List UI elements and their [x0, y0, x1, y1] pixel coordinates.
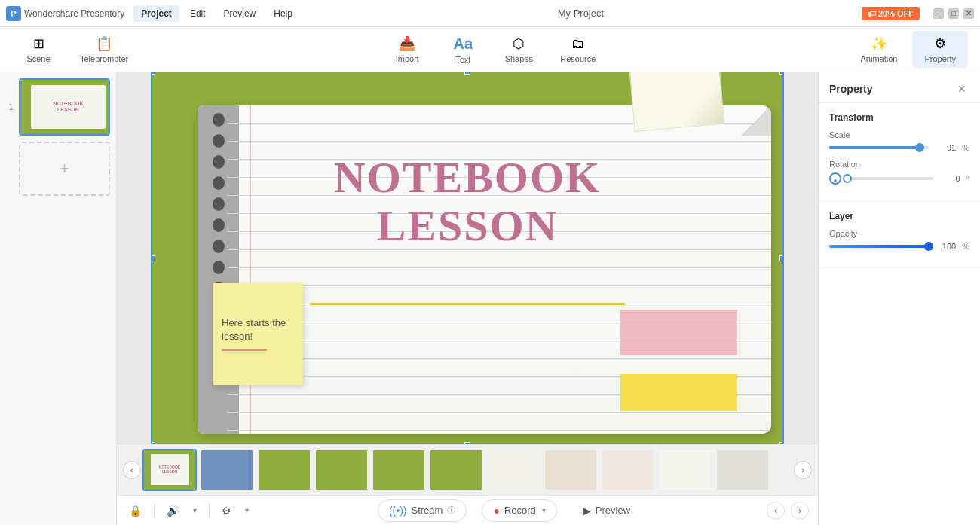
settings-dropdown[interactable]: ▾ [242, 503, 252, 517]
toolbar-shapes[interactable]: ⬡ Shapes [492, 31, 545, 68]
handle-middle-right[interactable] [779, 255, 784, 261]
window-maximize[interactable]: □ [948, 8, 959, 19]
scene-icon: ⊞ [33, 35, 44, 52]
handle-top-left[interactable] [151, 72, 155, 75]
toolbar-property[interactable]: ⚙ Property [912, 31, 968, 68]
handle-top-right[interactable] [779, 72, 784, 75]
slide-title: NOTEBOOK LESSON [334, 154, 601, 250]
film-thumb-11-bg [717, 450, 768, 490]
spiral-hole [213, 240, 225, 253]
handle-bottom-center[interactable] [464, 442, 470, 444]
bottombar-right: ‹ › [767, 502, 809, 520]
film-thumb-1-bg: NOTEBOOKLESSON [144, 450, 195, 490]
toolbar-animation[interactable]: ✨ Animation [849, 31, 910, 68]
panel-close-button[interactable]: ✕ [954, 81, 969, 96]
app-name: Wondershare Presentory [24, 8, 124, 19]
film-thumb-6[interactable] [429, 449, 483, 491]
film-thumb-3[interactable] [257, 449, 311, 491]
stream-button[interactable]: ((•)) Stream ⓘ [378, 499, 467, 522]
toolbar-scene[interactable]: ⊞ Scene [12, 31, 65, 68]
toolbar-resource[interactable]: 🗂 Resource [548, 32, 608, 68]
volume-icon[interactable]: 🔊 [164, 502, 182, 520]
canvas-wrapper[interactable]: NOTEBOOK LESSON Here starts the lesson! [117, 72, 818, 444]
film-thumb-11[interactable] [715, 449, 770, 491]
shapes-icon: ⬡ [513, 35, 525, 52]
scale-value: 91 [935, 143, 956, 152]
lock-icon[interactable]: 🔒 [126, 502, 145, 520]
menu-edit[interactable]: Edit [182, 5, 213, 22]
promo-badge[interactable]: 🏷 20% OFF [862, 7, 920, 20]
spiral-hole [213, 176, 225, 190]
toolbar-import[interactable]: 📥 Import [381, 31, 433, 68]
film-thumb-7[interactable] [486, 449, 541, 491]
opacity-value: 100 [935, 242, 956, 251]
menu-help[interactable]: Help [266, 5, 300, 22]
scale-slider-thumb[interactable] [915, 143, 924, 152]
film-thumb-8[interactable] [544, 449, 598, 491]
menu-project[interactable]: Project [133, 5, 179, 22]
handle-top-center[interactable] [464, 72, 470, 75]
teleprompter-icon: 📋 [96, 35, 112, 52]
sticky-note-yellow: Here starts the lesson! [213, 283, 303, 385]
nav-next[interactable]: › [791, 502, 809, 520]
rotation-knob-dot [834, 179, 837, 182]
panel-title: Property [829, 83, 873, 95]
toolbar-teleprompter[interactable]: 📋 Teleprompter [68, 31, 140, 68]
sticky-note-yellow2 [620, 374, 737, 411]
bottombar: 🔒 🔊 ▾ ⚙ ▾ ((•)) Stream ⓘ ● Record ▾ [117, 495, 818, 525]
scale-control: 91 % [829, 143, 969, 152]
titlebar: P Wondershare Presentory Project Edit Pr… [0, 0, 980, 27]
property-icon: ⚙ [934, 35, 946, 52]
record-button[interactable]: ● Record ▾ [482, 499, 556, 522]
spiral-hole [213, 155, 225, 169]
handle-bottom-left[interactable] [151, 442, 155, 444]
layer-section: Layer Opacity 100 % [819, 202, 980, 268]
main-canvas[interactable]: NOTEBOOK LESSON Here starts the lesson! [151, 72, 784, 444]
settings-icon[interactable]: ⚙ [219, 502, 234, 520]
film-thumb-1[interactable]: NOTEBOOKLESSON [142, 449, 197, 491]
filmstrip-next[interactable]: › [794, 461, 812, 479]
opacity-unit: % [962, 242, 969, 251]
preview-button[interactable]: ▶ Preview [572, 500, 641, 521]
film-thumb-4[interactable] [314, 449, 369, 491]
opacity-slider-thumb[interactable] [924, 242, 933, 251]
opacity-row: Opacity 100 % [829, 229, 969, 251]
text-icon: Aa [454, 35, 473, 53]
canvas-area: NOTEBOOK LESSON Here starts the lesson! [117, 72, 818, 525]
volume-dropdown[interactable]: ▾ [190, 503, 200, 517]
handle-middle-left[interactable] [151, 255, 155, 261]
opacity-slider-track[interactable] [829, 245, 929, 248]
animation-icon: ✨ [871, 35, 887, 52]
rotation-thumb[interactable] [843, 174, 852, 183]
handle-bottom-right[interactable] [779, 442, 784, 444]
scale-slider-track[interactable] [829, 146, 929, 149]
film-thumb-9[interactable] [601, 449, 655, 491]
rotation-unit: ° [966, 174, 969, 183]
rotation-knob[interactable] [829, 172, 841, 185]
scale-label: Scale [829, 130, 969, 139]
toolbar-text[interactable]: Aa Text [436, 31, 489, 69]
slide-thumb-1[interactable]: NOTEBOOKLESSON [19, 78, 110, 136]
panel-header: Property ✕ [819, 72, 980, 103]
add-slide-button[interactable]: + [19, 142, 110, 196]
window-close[interactable]: ✕ [963, 8, 974, 19]
stream-label: Stream [412, 505, 443, 516]
film-thumb-2[interactable] [200, 449, 254, 491]
menu-preview[interactable]: Preview [216, 5, 264, 22]
film-thumb-4-bg [316, 450, 367, 490]
nav-prev[interactable]: ‹ [767, 502, 785, 520]
toolbar-shapes-label: Shapes [505, 54, 533, 63]
film-thumb-5[interactable] [372, 449, 426, 491]
window-minimize[interactable]: – [933, 8, 944, 19]
property-panel: Property ✕ Transform Scale 91 % R [818, 72, 980, 525]
sticky-underline [222, 349, 267, 351]
slide-number-1: 1 [6, 102, 16, 111]
titlebar-left: P Wondershare Presentory Project Edit Pr… [6, 5, 300, 22]
rotation-track[interactable] [847, 177, 933, 180]
toolbar-animation-label: Animation [861, 54, 898, 63]
import-icon: 📥 [399, 35, 415, 52]
sticky-note-text: Here starts the lesson! [222, 316, 294, 343]
record-dropdown[interactable]: ▾ [542, 506, 546, 514]
film-thumb-10[interactable] [658, 449, 712, 491]
filmstrip-prev[interactable]: ‹ [123, 461, 141, 479]
